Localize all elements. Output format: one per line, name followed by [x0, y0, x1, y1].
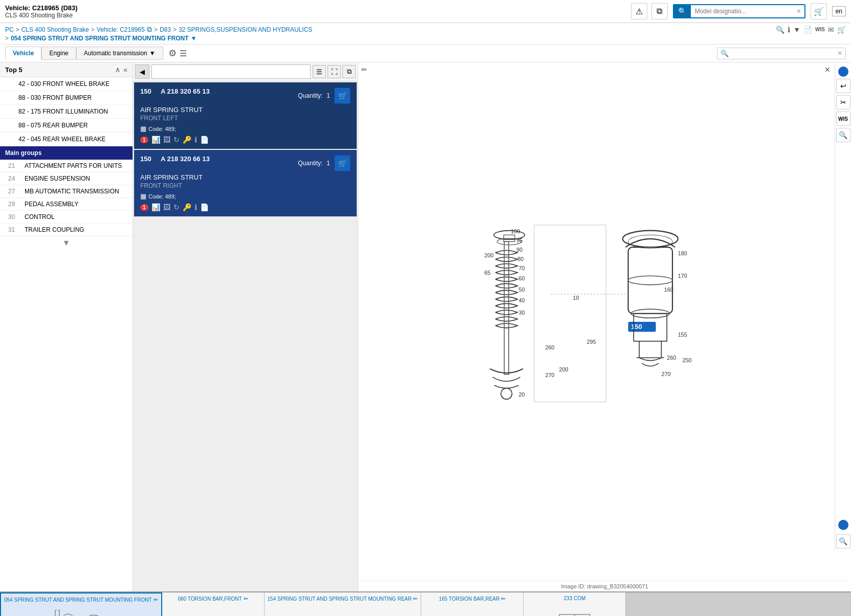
breadcrumb-springs[interactable]: 32 SPRINGS,SUSPENSION AND HYDRAULICS	[179, 26, 312, 33]
part-0-actions: 1 📊 🖼 ↻ 🔑 ℹ 📄	[140, 136, 351, 144]
right-panel: ✏ ✕ ↩ ✂ WIS 🔍 🔍	[358, 62, 851, 591]
edit-tab-0-icon[interactable]: ✏	[154, 597, 158, 603]
vehicle-copy-icon[interactable]: ⧉	[147, 25, 152, 34]
undo-icon[interactable]: ↩	[836, 79, 850, 93]
list-view-icon[interactable]: ☰	[180, 49, 187, 58]
tab-vehicle[interactable]: Vehicle	[5, 47, 41, 60]
svg-text:155: 155	[678, 332, 687, 338]
mail-icon[interactable]: ✉	[828, 26, 834, 34]
sidebar-item-rear-bumper[interactable]: 88 - 075 REAR BUMPER	[0, 119, 133, 133]
image-action-icon-1[interactable]: 🖼	[163, 203, 170, 211]
chart-action-icon-1[interactable]: 📊	[151, 203, 160, 211]
key-action-icon-0[interactable]: 🔑	[183, 136, 191, 144]
parts-filter-input[interactable]	[151, 64, 311, 79]
sidebar-group-27[interactable]: 27 MB AUTOMATIC TRANSMISSION	[0, 185, 133, 198]
expand-view-icon[interactable]: ⛶	[328, 65, 341, 78]
zoom-out-icon[interactable]: 🔍	[836, 534, 850, 548]
search-button[interactable]: 🔍	[674, 5, 691, 17]
parts-toolbar: ◀ ☰ ⛶ ⧉	[133, 62, 358, 81]
copy-icon[interactable]: ⧉	[651, 3, 668, 19]
sidebar-group-21[interactable]: 21 ATTACHMENT PARTS FOR UNITS	[0, 160, 133, 172]
part-card-1[interactable]: 150 A 218 320 66 13 Quantity: 1 🛒 AIR SP…	[134, 150, 357, 216]
part-1-sub: FRONT RIGHT	[140, 182, 351, 189]
sidebar-item-rear-wheel-brake[interactable]: 42 - 045 REAR WHEEL BRAKE	[0, 133, 133, 146]
language-selector[interactable]: en	[832, 6, 846, 16]
svg-text:100: 100	[511, 228, 520, 234]
sidebar-list: 42 - 030 FRONT WHEEL BRAKE 88 - 030 FRON…	[0, 77, 133, 591]
chart-action-icon-0[interactable]: 📊	[151, 136, 160, 144]
bottom-tab-2[interactable]: 154 SPRING STRUT AND SPRING STRUT MOUNTI…	[265, 592, 422, 616]
breadcrumb-row-2: > 054 SPRING STRUT AND SPRING STRUT MOUN…	[5, 35, 846, 42]
zoom-in-icon[interactable]: 🔍	[776, 26, 784, 34]
doc-action-icon-0[interactable]: 📄	[200, 136, 209, 144]
image-action-icon-0[interactable]: 🖼	[163, 136, 170, 144]
edit-tab-1-icon[interactable]: ✏	[244, 596, 248, 602]
toolbar-search-box[interactable]: 🔍 ✕	[717, 48, 846, 59]
add-to-cart-0[interactable]: 🛒	[334, 87, 351, 104]
scissors-icon[interactable]: ✂	[836, 95, 850, 109]
cart-breadcrumb-icon[interactable]: 🛒	[837, 26, 846, 34]
breadcrumb-cls[interactable]: CLS 400 Shooting Brake	[21, 26, 89, 33]
refresh-action-icon-1[interactable]: ↻	[173, 203, 180, 211]
part-0-code: A 218 320 65 13	[161, 87, 298, 95]
breadcrumb-dropdown-icon[interactable]: ▼	[191, 35, 197, 42]
bottom-tab-4[interactable]: 233 COM	[523, 592, 626, 616]
sidebar-group-30[interactable]: 30 CONTROL	[0, 211, 133, 224]
svg-text:180: 180	[678, 250, 687, 256]
model-search-input[interactable]	[691, 6, 793, 17]
refresh-action-icon-0[interactable]: ↻	[173, 136, 180, 144]
toolbar-search-clear-icon[interactable]: ✕	[834, 48, 845, 58]
part-card-0[interactable]: 150 A 218 320 65 13 Quantity: 1 🛒 AIR SP…	[134, 82, 357, 149]
settings-icon[interactable]: ⚙	[168, 48, 177, 59]
info-action-icon-0[interactable]: ℹ	[194, 136, 197, 144]
thumb-0: 150	[3, 604, 159, 616]
doc-action-icon-1[interactable]: 📄	[200, 203, 209, 211]
diagram-right-toolbar: ↩ ✂ WIS 🔍 🔍	[835, 62, 851, 551]
indicator-blue	[838, 67, 848, 77]
filter-icon[interactable]: ▼	[793, 26, 800, 34]
breadcrumb-vehicle[interactable]: Vehicle: C218965	[97, 26, 145, 33]
alert-icon[interactable]: ⚠	[631, 3, 647, 19]
cart-header-icon[interactable]: 🛒	[811, 3, 827, 19]
sidebar-group-24[interactable]: 24 ENGINE SUSPENSION	[0, 172, 133, 185]
sidebar-group-31[interactable]: 31 TRAILER COUPLING	[0, 224, 133, 236]
indicator-blue-2	[838, 520, 848, 530]
info-icon[interactable]: ℹ	[788, 26, 790, 34]
sidebar-collapse-btn[interactable]: ∧	[115, 65, 120, 74]
sidebar-item-front-bumper[interactable]: 88 - 030 FRONT BUMPER	[0, 91, 133, 105]
header-right: ⚠ ⧉ 🔍 ✕ 🛒 en	[631, 3, 846, 19]
bottom-tab-0[interactable]: 054 SPRING STRUT AND SPRING STRUT MOUNTI…	[0, 592, 162, 616]
model-search-box[interactable]: 🔍 ✕	[673, 4, 805, 18]
bottom-tab-1[interactable]: 060 TORSION BAR,FRONT ✏	[162, 592, 265, 616]
tab-automatic-transmission[interactable]: Automatic transmission ▼	[76, 47, 163, 60]
key-action-icon-1[interactable]: 🔑	[183, 203, 191, 211]
table-icon[interactable]: WIS	[836, 112, 850, 126]
zoom-in-diag-icon[interactable]: 🔍	[836, 128, 850, 142]
breadcrumb-d83[interactable]: D83	[160, 26, 171, 33]
sidebar-controls: ∧ «	[115, 65, 127, 74]
edit-tab-3-icon[interactable]: ✏	[501, 596, 506, 602]
edit-tab-2-icon[interactable]: ✏	[413, 596, 418, 602]
parts-nav-prev[interactable]: ◀	[135, 64, 149, 79]
add-to-cart-1[interactable]: 🛒	[334, 155, 351, 171]
tab-engine[interactable]: Engine	[41, 47, 76, 60]
sidebar-item-front-illumination[interactable]: 82 - 175 FRONT ILLUMINATION	[0, 105, 133, 119]
split-view-icon[interactable]: ⧉	[342, 65, 356, 78]
info-action-icon-1[interactable]: ℹ	[194, 203, 197, 211]
sidebar-title: Top 5	[5, 66, 23, 74]
toolbar-search-icon: 🔍	[717, 48, 732, 59]
doc-icon[interactable]: 📄	[803, 26, 812, 34]
search-clear-icon[interactable]: ✕	[793, 7, 804, 16]
sidebar-minimize-btn[interactable]: «	[123, 65, 127, 74]
breadcrumb-current[interactable]: 054 SPRING STRUT AND SPRING STRUT MOUNTI…	[11, 35, 197, 42]
svg-text:200: 200	[484, 252, 493, 258]
breadcrumb-pc[interactable]: PC	[5, 26, 14, 33]
sidebar-group-29[interactable]: 29 PEDAL ASSEMBLY	[0, 198, 133, 211]
sidebar-item-front-wheel-brake[interactable]: 42 - 030 FRONT WHEEL BRAKE	[0, 77, 133, 91]
wis-icon[interactable]: WIS	[815, 27, 825, 32]
bottom-tab-3[interactable]: 165 TORSION BAR,REAR ✏	[421, 592, 523, 616]
list-view-icon[interactable]: ☰	[313, 65, 326, 78]
toolbar-search-input[interactable]	[732, 48, 834, 58]
sidebar-scroll-down[interactable]: ▼	[0, 236, 133, 250]
parts-list: 150 A 218 320 65 13 Quantity: 1 🛒 AIR SP…	[133, 81, 358, 591]
